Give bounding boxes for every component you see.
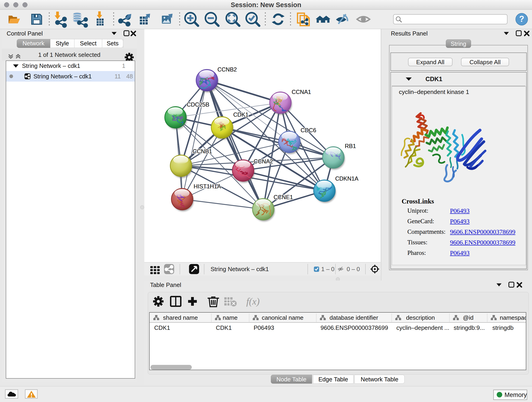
svg-text:f(x): f(x) xyxy=(246,296,260,307)
svg-text:CDK1: CDK1 xyxy=(233,111,249,118)
svg-text:CCNE1: CCNE1 xyxy=(273,194,293,200)
svg-text:CCNB2: CCNB2 xyxy=(217,66,237,73)
svg-text:CDC6: CDC6 xyxy=(301,127,316,133)
svg-text:HIST1H1A: HIST1H1A xyxy=(194,183,221,190)
svg-text:CDKN1A: CDKN1A xyxy=(335,175,359,182)
svg-text:String Network – cdk1: String Network – cdk1 xyxy=(210,266,269,273)
svg-text:CDC25B: CDC25B xyxy=(187,101,209,108)
svg-text:1 – 0: 1 – 0 xyxy=(321,266,335,273)
svg-text:CCNB1: CCNB1 xyxy=(193,148,212,154)
svg-text:CCNA2: CCNA2 xyxy=(254,158,273,165)
svg-text:?: ? xyxy=(519,14,524,24)
svg-text:0 – 0: 0 – 0 xyxy=(347,266,360,273)
svg-text:RB1: RB1 xyxy=(345,143,356,149)
svg-text:CCNA1: CCNA1 xyxy=(292,89,311,95)
